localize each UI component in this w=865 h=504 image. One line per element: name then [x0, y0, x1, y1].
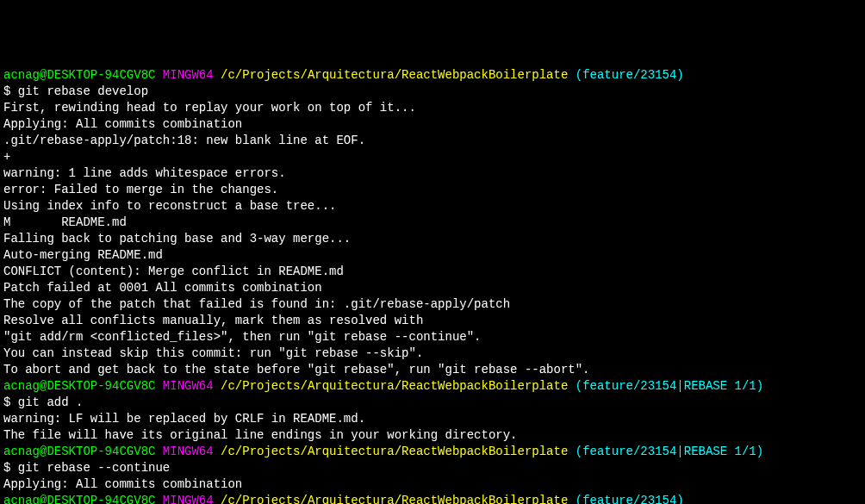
output-line: Applying: All commits combination: [3, 116, 862, 133]
prompt-line: acnag@DESKTOP-94CGV8C MINGW64 /c/Project…: [3, 493, 862, 504]
user-host: acnag@DESKTOP-94CGV8C: [3, 379, 155, 393]
cwd-path: /c/Projects/Arquitectura/ReactWebpackBoi…: [221, 379, 568, 393]
output-line: Using index info to reconstruct a base t…: [3, 198, 862, 215]
output-line: error: Failed to merge in the changes.: [3, 182, 862, 198]
terminal-output[interactable]: acnag@DESKTOP-94CGV8C MINGW64 /c/Project…: [3, 67, 862, 504]
output-line: Falling back to patching base and 3-way …: [3, 231, 862, 247]
command-text: git rebase --continue: [18, 461, 170, 475]
output-line: Resolve all conflicts manually, mark the…: [3, 313, 862, 329]
shell-name: MINGW64: [163, 494, 214, 504]
output-line: To abort and get back to the state befor…: [3, 362, 862, 378]
output-line: Patch failed at 0001 All commits combina…: [3, 280, 862, 296]
git-branch: (feature/23154|REBASE 1/1): [576, 445, 763, 458]
user-host: acnag@DESKTOP-94CGV8C: [3, 494, 155, 504]
user-host: acnag@DESKTOP-94CGV8C: [3, 445, 155, 458]
output-line: The copy of the patch that failed is fou…: [3, 296, 862, 313]
output-line: Auto-merging README.md: [3, 247, 862, 264]
prompt-line: acnag@DESKTOP-94CGV8C MINGW64 /c/Project…: [3, 444, 862, 460]
output-line: +: [3, 149, 862, 165]
user-host: acnag@DESKTOP-94CGV8C: [3, 68, 155, 82]
output-line: You can instead skip this commit: run "g…: [3, 345, 862, 362]
git-branch: (feature/23154): [576, 494, 684, 504]
cwd-path: /c/Projects/Arquitectura/ReactWebpackBoi…: [221, 494, 568, 504]
cwd-path: /c/Projects/Arquitectura/ReactWebpackBoi…: [221, 68, 568, 82]
git-branch: (feature/23154|REBASE 1/1): [576, 379, 763, 393]
output-line: "git add/rm <conflicted_files>", then ru…: [3, 329, 862, 345]
git-branch: (feature/23154): [576, 68, 684, 82]
command-line: $ git add .: [3, 395, 862, 411]
output-line: The file will have its original line end…: [3, 427, 862, 444]
command-text: git rebase develop: [18, 84, 148, 98]
cwd-path: /c/Projects/Arquitectura/ReactWebpackBoi…: [221, 445, 568, 458]
output-line: .git/rebase-apply/patch:18: new blank li…: [3, 133, 862, 149]
prompt-line: acnag@DESKTOP-94CGV8C MINGW64 /c/Project…: [3, 67, 862, 84]
command-line: $ git rebase develop: [3, 84, 862, 100]
output-line: CONFLICT (content): Merge conflict in RE…: [3, 264, 862, 280]
shell-name: MINGW64: [163, 445, 214, 458]
output-line: Applying: All commits combination: [3, 476, 862, 493]
output-line: First, rewinding head to replay your wor…: [3, 100, 862, 116]
command-text: git add .: [18, 395, 84, 409]
command-line: $ git rebase --continue: [3, 460, 862, 476]
prompt-line: acnag@DESKTOP-94CGV8C MINGW64 /c/Project…: [3, 378, 862, 395]
shell-name: MINGW64: [163, 379, 214, 393]
output-line: warning: LF will be replaced by CRLF in …: [3, 411, 862, 427]
output-line: M README.md: [3, 215, 862, 231]
output-line: warning: 1 line adds whitespace errors.: [3, 165, 862, 182]
shell-name: MINGW64: [163, 68, 214, 82]
